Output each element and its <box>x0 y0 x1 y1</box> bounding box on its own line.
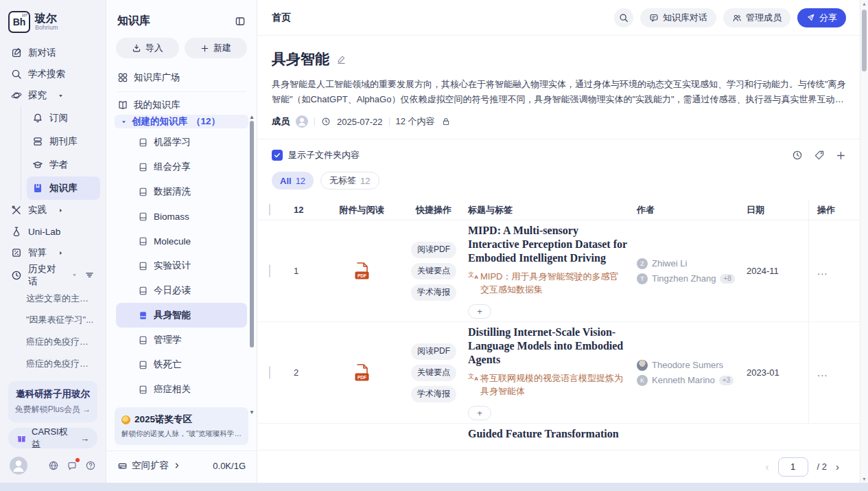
folder-item-selected[interactable]: 具身智能 <box>116 303 247 328</box>
row-checkbox[interactable] <box>269 366 270 379</box>
show-subfolder-checkbox[interactable] <box>272 150 283 161</box>
add-tag-button[interactable]: + <box>468 304 491 319</box>
invite-promo-subtitle: 免费解锁Plus会员 → <box>14 404 92 415</box>
sidebar-item-journals[interactable]: 期刊库 <box>27 130 100 153</box>
import-button[interactable]: 导入 <box>116 38 179 58</box>
folder-item[interactable]: 数据清洗 <box>116 179 247 204</box>
table-row-partial[interactable]: Guided Feature Transformation <box>258 424 860 441</box>
panel-scrollbar-thumb[interactable] <box>250 121 254 347</box>
row-actions-menu[interactable]: ... <box>817 367 828 378</box>
select-all-checkbox[interactable] <box>269 204 270 216</box>
paper-title[interactable]: Distilling Internet-Scale Vision-Languag… <box>468 326 637 367</box>
pdf-file-icon[interactable]: PDF <box>353 363 371 383</box>
feedback-chat-icon[interactable] <box>67 461 78 472</box>
tag-icon[interactable] <box>814 150 825 161</box>
sidebar-item-computing[interactable]: 智算 <box>5 242 100 264</box>
storage-expand-row[interactable]: 空间扩容 0.0K/1G <box>106 450 257 483</box>
key-points-button[interactable]: 关键要点 <box>411 263 456 279</box>
panel-scroll-down-arrow[interactable]: ▼ <box>249 409 255 415</box>
add-tag-button[interactable]: + <box>468 406 491 420</box>
language-globe-icon[interactable] <box>48 460 59 471</box>
next-page-button[interactable]: › <box>836 461 839 472</box>
search-button[interactable] <box>614 8 633 27</box>
folder-item[interactable]: Molecule <box>116 229 247 253</box>
history-filter-icon[interactable] <box>84 270 95 280</box>
tab-all-label: All <box>280 176 292 186</box>
tab-untagged[interactable]: 无标签 12 <box>320 172 379 190</box>
prev-page-button[interactable]: ‹ <box>766 461 769 472</box>
table-row[interactable]: 2 PDF 阅读PDF 关键要点 学术海报 Distilling Interne… <box>258 322 860 424</box>
folder-label: 数据清洗 <box>154 185 191 198</box>
author-name[interactable]: Kenneth Marino <box>652 375 715 385</box>
manage-members-button[interactable]: 管理成员 <box>723 8 790 27</box>
scroll-down-arrow[interactable]: ▼ <box>862 477 867 481</box>
history-item[interactable]: "因果表征学习"... <box>5 308 100 330</box>
pdf-file-icon[interactable]: PDF <box>353 261 371 282</box>
folder-item[interactable]: 管理学 <box>116 328 247 352</box>
history-item[interactable]: 癌症的免疫疗法... <box>5 352 100 374</box>
share-button[interactable]: 分享 <box>797 8 846 27</box>
translated-tag[interactable]: 文A 将互联网规模的视觉语言模型提炼为具身智能体 <box>468 372 637 398</box>
scrollbar-thumb[interactable] <box>862 10 867 71</box>
more-authors-badge[interactable]: +3 <box>719 376 734 385</box>
help-icon[interactable] <box>85 460 96 471</box>
history-item[interactable]: 癌症的免疫疗法... <box>5 330 100 352</box>
paper-title[interactable]: Guided Feature Transformation <box>468 427 637 441</box>
carsi-benefits-button[interactable]: CARSI权益 → <box>8 428 97 448</box>
row-actions-menu[interactable]: ... <box>817 265 828 277</box>
row-checkbox[interactable] <box>269 264 270 277</box>
folder-item[interactable]: 机器学习 <box>116 130 247 155</box>
sidebar-item-practice[interactable]: 实践 <box>5 200 100 221</box>
my-kb-item[interactable]: 我的知识库 <box>106 97 257 113</box>
nobel-promo-card[interactable]: 2025诺奖专区 解锁你的诺奖人脉，“玻”览璀璨科学成果 › <box>115 407 248 445</box>
folder-item[interactable]: 癌症相关 <box>116 377 247 402</box>
kb-chat-button[interactable]: 知识库对话 <box>640 8 716 27</box>
folder-item[interactable]: 组会分享 <box>116 155 247 179</box>
sidebar-item-explore[interactable]: 探究 <box>5 85 100 106</box>
translated-tag[interactable]: 文A MIPD：用于具身智能驾驶的多感官交互感知数据集 <box>468 270 637 297</box>
sidebar-item-academic-search[interactable]: 学术搜索 <box>5 64 100 85</box>
folder-item[interactable]: 实验设计 <box>116 253 247 278</box>
kb-item-count: 12 个内容 <box>396 115 435 128</box>
academic-poster-button[interactable]: 学术海报 <box>411 386 456 402</box>
carsi-label: CARSI权益 <box>32 426 75 450</box>
sidebar-item-history[interactable]: 历史对话 <box>5 264 100 287</box>
kb-plaza-item[interactable]: 知识库广场 <box>106 69 257 86</box>
create-button[interactable]: 新建 <box>185 38 248 58</box>
read-pdf-button[interactable]: 阅读PDF <box>411 242 456 258</box>
edit-square-icon <box>11 47 22 58</box>
sidebar-item-new-chat[interactable]: 新对话 <box>5 43 100 64</box>
window-scrollbar[interactable]: ▲ ▼ <box>860 0 868 483</box>
created-kb-group[interactable]: 创建的知识库 （12） <box>115 115 248 128</box>
table-row[interactable]: 1 PDF 阅读PDF 关键要点 学术海报 MIPD: A Multi-sens… <box>258 220 860 322</box>
history-item[interactable]: 这些文章的主要... <box>5 287 100 309</box>
read-pdf-button[interactable]: 阅读PDF <box>411 343 456 360</box>
invite-promo-card[interactable]: 邀科研搭子用玻尔 免费解锁Plus会员 → <box>8 381 97 422</box>
sidebar-item-scholars[interactable]: 学者 <box>27 153 100 176</box>
folder-item[interactable]: 铁死亡 <box>116 352 247 377</box>
folder-item[interactable]: 今日必读 <box>116 278 247 303</box>
member-avatar[interactable] <box>296 115 308 128</box>
academic-poster-button[interactable]: 学术海报 <box>411 284 456 301</box>
more-authors-badge[interactable]: +8 <box>720 274 734 284</box>
collapse-panel-icon[interactable] <box>235 16 246 27</box>
page-number-input[interactable]: 1 <box>778 457 808 477</box>
folder-item[interactable]: Biomass <box>116 204 247 229</box>
author-name[interactable]: Tingzhen Zhang <box>652 273 716 284</box>
tab-all[interactable]: All 12 <box>272 172 314 190</box>
author-name[interactable]: Theodore Sumers <box>652 360 723 370</box>
author-name[interactable]: Zhiwei Li <box>652 258 687 269</box>
sidebar-item-knowledge-base[interactable]: 知识库 <box>27 176 100 200</box>
paper-title[interactable]: MIPD: A Multi-sensory Interactive Percep… <box>468 224 637 265</box>
scroll-up-arrow[interactable]: ▲ <box>862 1 867 6</box>
add-plus-icon[interactable] <box>836 150 846 161</box>
panel-scroll-up-arrow[interactable]: ▲ <box>249 114 255 120</box>
user-avatar[interactable] <box>10 457 27 475</box>
recent-clock-icon[interactable] <box>792 150 803 161</box>
sidebar-item-subscribe[interactable]: 订阅 <box>27 106 100 130</box>
sidebar-item-unilab[interactable]: Uni-Lab <box>5 221 100 242</box>
key-points-button[interactable]: 关键要点 <box>411 365 456 381</box>
brand-logo[interactable]: Bh 107 玻尔 Bohrium <box>5 10 100 43</box>
people-icon <box>732 13 742 23</box>
edit-pencil-icon[interactable] <box>336 54 347 65</box>
